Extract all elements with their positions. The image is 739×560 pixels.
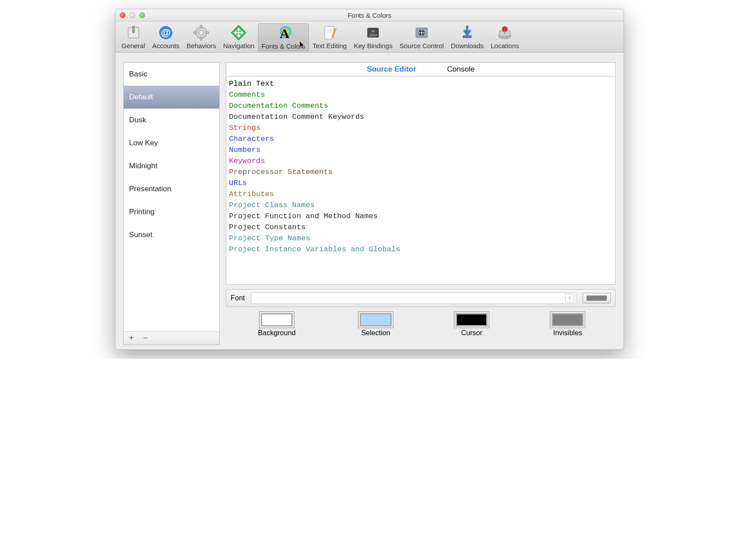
toolbar-item-downloads[interactable]: Downloads bbox=[447, 23, 487, 51]
syntax-category[interactable]: URLs bbox=[226, 178, 615, 189]
cursor-color-well[interactable] bbox=[456, 313, 488, 326]
fonts-colors-icon: A bbox=[274, 24, 293, 42]
svg-rect-8 bbox=[200, 38, 202, 40]
toolbar-item-label: General bbox=[122, 42, 145, 49]
theme-item-sunset[interactable]: Sunset bbox=[124, 223, 219, 246]
color-well-background: Background bbox=[258, 313, 296, 337]
key-bindings-icon: altoption bbox=[363, 23, 383, 42]
toolbar-item-behaviors[interactable]: Behaviors bbox=[183, 23, 220, 51]
toolbar-item-label: Accounts bbox=[152, 42, 179, 49]
content-area: BasicDefaultDuskLow KeyMidnightPresentat… bbox=[115, 53, 624, 349]
svg-rect-28 bbox=[504, 31, 505, 34]
selection-color-well[interactable] bbox=[360, 313, 392, 326]
source-control-icon bbox=[412, 23, 431, 42]
color-wells-row: BackgroundSelectionCursorInvisibles bbox=[226, 313, 616, 342]
accounts-icon: @ bbox=[156, 23, 175, 42]
theme-item-midnight[interactable]: Midnight bbox=[124, 155, 219, 178]
toolbar-item-source-control[interactable]: Source Control bbox=[396, 23, 447, 51]
theme-list-footer: + − bbox=[124, 331, 219, 344]
svg-rect-7 bbox=[200, 25, 202, 28]
syntax-category[interactable]: Preprocessor Statements bbox=[226, 166, 615, 178]
navigation-icon bbox=[229, 23, 248, 42]
theme-item-dusk[interactable]: Dusk bbox=[124, 109, 219, 132]
color-well-label: Selection bbox=[361, 329, 390, 337]
preferences-window: Fonts & Colors General@AccountsBehaviors… bbox=[115, 9, 624, 350]
theme-item-printing[interactable]: Printing bbox=[124, 201, 219, 223]
editor-tabs: Source EditorConsole bbox=[226, 62, 616, 76]
svg-text:option: option bbox=[369, 34, 377, 37]
toolbar-item-fonts-colors[interactable]: AFonts & Colors bbox=[258, 23, 309, 51]
downloads-icon bbox=[457, 23, 477, 42]
tab-console[interactable]: Console bbox=[447, 65, 475, 74]
theme-item-presentation[interactable]: Presentation bbox=[124, 178, 219, 201]
toolbar-item-text-editing[interactable]: Text Editing bbox=[309, 23, 350, 51]
syntax-category[interactable]: Project Function and Method Names bbox=[226, 211, 615, 222]
syntax-category[interactable]: Plain Text bbox=[226, 78, 615, 89]
toolbar-item-label: Text Editing bbox=[312, 42, 347, 49]
locations-icon bbox=[495, 23, 514, 42]
theme-item-basic[interactable]: Basic bbox=[124, 63, 219, 86]
syntax-category[interactable]: Strings bbox=[226, 122, 615, 133]
toolbar-item-label: Behaviors bbox=[187, 42, 216, 49]
toolbar-item-locations[interactable]: Locations bbox=[487, 23, 522, 51]
syntax-category[interactable]: Keywords bbox=[226, 155, 615, 166]
preferences-toolbar: General@AccountsBehaviorsNavigationAFont… bbox=[115, 22, 624, 53]
titlebar: Fonts & Colors bbox=[115, 9, 624, 22]
svg-point-23 bbox=[421, 32, 423, 34]
syntax-category[interactable]: Numbers bbox=[226, 144, 615, 155]
svg-point-2 bbox=[133, 31, 134, 33]
general-icon bbox=[124, 23, 143, 42]
remove-theme-button[interactable]: − bbox=[141, 333, 149, 343]
svg-rect-1 bbox=[133, 26, 134, 32]
syntax-category[interactable]: Documentation Comment Keywords bbox=[226, 111, 615, 122]
toolbar-item-key-bindings[interactable]: altoptionKey Bindings bbox=[350, 23, 396, 51]
color-well-label: Cursor bbox=[461, 329, 482, 337]
syntax-category[interactable]: Project Constants bbox=[226, 222, 615, 233]
toolbar-item-navigation[interactable]: Navigation bbox=[220, 23, 258, 51]
font-label: Font bbox=[231, 294, 245, 302]
syntax-category[interactable]: Project Type Names bbox=[226, 233, 615, 244]
syntax-category-list[interactable]: Plain TextCommentsDocumentation Comments… bbox=[226, 76, 616, 285]
text-editing-icon bbox=[320, 23, 339, 42]
font-row: Font T bbox=[226, 289, 616, 307]
tab-source-editor[interactable]: Source Editor bbox=[367, 65, 416, 74]
add-theme-button[interactable]: + bbox=[127, 333, 135, 343]
text-color-well[interactable] bbox=[583, 293, 611, 303]
svg-text:alt: alt bbox=[372, 30, 375, 33]
theme-item-default[interactable]: Default bbox=[124, 86, 219, 109]
text-color-chip bbox=[587, 295, 607, 301]
themes-sidebar: BasicDefaultDuskLow KeyMidnightPresentat… bbox=[123, 62, 220, 345]
svg-rect-9 bbox=[194, 32, 196, 34]
toolbar-item-label: Key Bindings bbox=[354, 42, 392, 49]
color-well-label: Invisibles bbox=[553, 329, 582, 337]
toolbar-item-general[interactable]: General bbox=[118, 23, 149, 51]
toolbar-item-accounts[interactable]: @Accounts bbox=[149, 23, 183, 51]
svg-point-6 bbox=[199, 30, 203, 35]
syntax-category[interactable]: Comments bbox=[226, 89, 615, 100]
syntax-category[interactable]: Project Class Names bbox=[226, 200, 615, 211]
color-well-selection: Selection bbox=[360, 313, 392, 337]
toolbar-item-label: Downloads bbox=[451, 42, 484, 49]
toolbar-item-label: Locations bbox=[491, 42, 519, 49]
editor-settings-panel: Source EditorConsole Plain TextCommentsD… bbox=[226, 62, 616, 345]
background-color-well[interactable] bbox=[261, 313, 293, 326]
font-picker-icon[interactable]: T bbox=[565, 294, 574, 303]
svg-text:@: @ bbox=[161, 27, 170, 38]
window-title: Fonts & Colors bbox=[115, 11, 624, 19]
svg-rect-10 bbox=[206, 32, 209, 34]
color-well-label: Background bbox=[258, 329, 296, 337]
syntax-category[interactable]: Project Instance Variables and Globals bbox=[226, 244, 615, 255]
svg-text:A: A bbox=[280, 26, 290, 41]
color-well-invisibles: Invisibles bbox=[552, 313, 583, 337]
syntax-category[interactable]: Characters bbox=[226, 133, 615, 144]
syntax-category[interactable]: Attributes bbox=[226, 189, 615, 200]
theme-list: BasicDefaultDuskLow KeyMidnightPresentat… bbox=[124, 63, 219, 331]
theme-item-low-key[interactable]: Low Key bbox=[124, 132, 219, 155]
syntax-category[interactable]: Documentation Comments bbox=[226, 100, 615, 111]
invisibles-color-well[interactable] bbox=[552, 313, 583, 326]
toolbar-item-label: Source Control bbox=[400, 42, 444, 49]
cursor-icon bbox=[299, 41, 305, 51]
color-well-cursor: Cursor bbox=[456, 313, 488, 337]
font-field[interactable]: T bbox=[251, 292, 576, 304]
behaviors-icon bbox=[191, 23, 211, 42]
